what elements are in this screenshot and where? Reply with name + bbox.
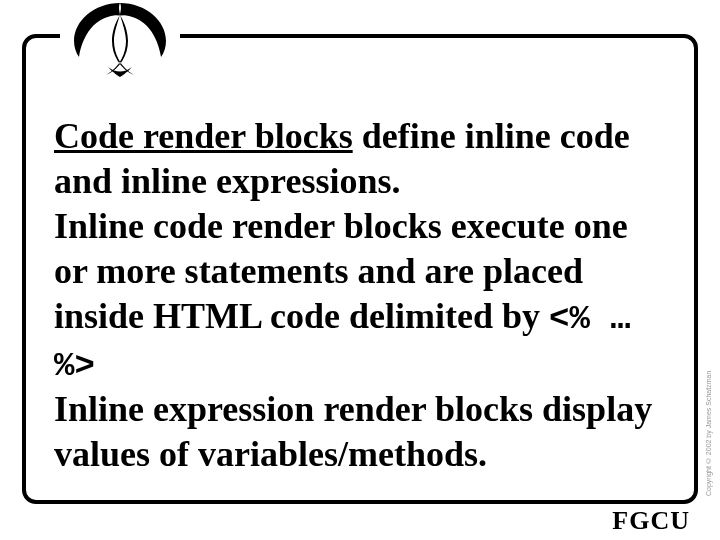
delimiter-mid: … bbox=[590, 300, 631, 338]
term-title: Code render blocks bbox=[54, 116, 353, 156]
delimiter-open: <% bbox=[549, 300, 590, 338]
paragraph-inline-code: Inline code render blocks execute one or… bbox=[54, 206, 628, 336]
paragraph-inline-expression: Inline expression render blocks display … bbox=[54, 389, 652, 474]
footer-org: FGCU bbox=[612, 506, 690, 536]
delimiter-close: %> bbox=[54, 347, 95, 385]
eagle-logo bbox=[60, 0, 180, 85]
slide-body: Code render blocks define inline code an… bbox=[54, 114, 668, 477]
copyright-text: Copyright © 2002 by James Schatzman bbox=[705, 356, 717, 496]
